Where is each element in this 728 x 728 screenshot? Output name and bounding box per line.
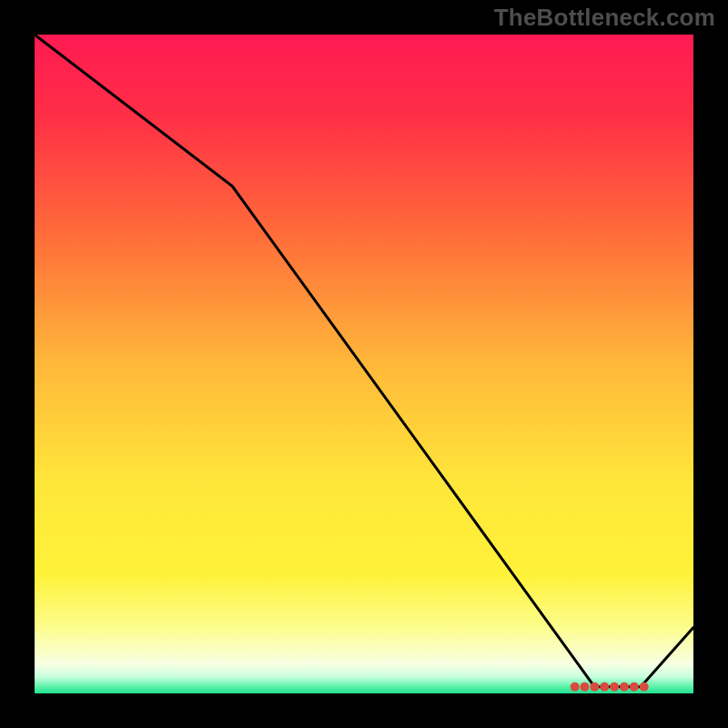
marker-dot [630, 682, 639, 692]
marker-dot [581, 682, 590, 692]
chart-svg [35, 35, 693, 693]
gradient-bg [35, 35, 693, 693]
marker-dot [620, 682, 629, 692]
marker-dot [640, 682, 649, 692]
marker-dot [590, 682, 599, 692]
chart-frame: TheBottleneck.com [0, 0, 728, 728]
marker-dot [610, 682, 619, 692]
marker-dot [571, 682, 580, 692]
marker-dot [600, 682, 609, 692]
plot-area [35, 35, 693, 693]
watermark-text: TheBottleneck.com [494, 4, 715, 32]
